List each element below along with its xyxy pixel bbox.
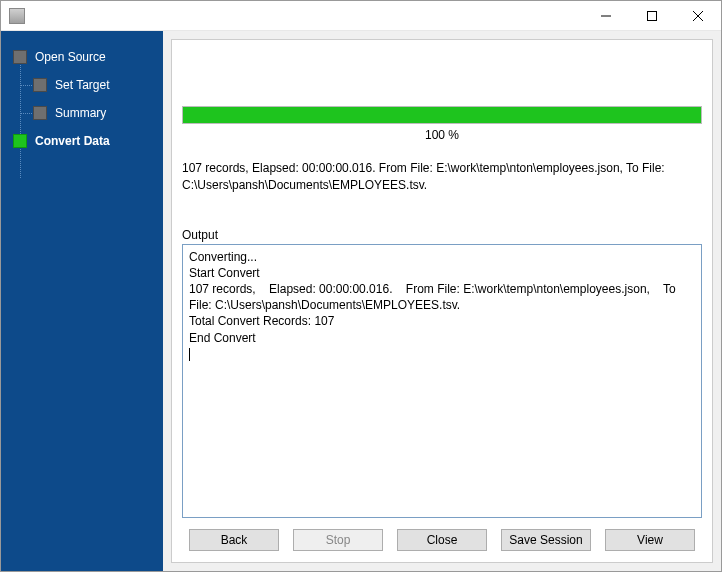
step-label: Summary <box>55 106 106 120</box>
window-controls <box>583 1 721 31</box>
step-set-target[interactable]: Set Target <box>1 71 163 99</box>
progress-bar <box>182 106 702 124</box>
progress-percent: 100 % <box>182 128 702 142</box>
content-panel: 100 % 107 records, Elapsed: 00:00:00.016… <box>171 39 713 563</box>
step-summary[interactable]: Summary <box>1 99 163 127</box>
step-label: Convert Data <box>35 134 110 148</box>
svg-rect-1 <box>648 11 657 20</box>
output-line: End Convert <box>189 331 256 345</box>
progress-fill <box>183 107 701 123</box>
body: Open Source Set Target Summary Convert D… <box>1 31 721 571</box>
output-line: Converting... <box>189 250 257 264</box>
step-box-icon <box>13 134 27 148</box>
output-label: Output <box>182 228 702 242</box>
stop-button[interactable]: Stop <box>293 529 383 551</box>
output-line: Start Convert <box>189 266 260 280</box>
app-icon <box>9 8 25 24</box>
close-action-button[interactable]: Close <box>397 529 487 551</box>
output-textarea[interactable]: Converting... Start Convert 107 records,… <box>182 244 702 518</box>
wizard-sidebar: Open Source Set Target Summary Convert D… <box>1 31 163 571</box>
step-box-icon <box>33 106 47 120</box>
step-label: Open Source <box>35 50 106 64</box>
summary-text: 107 records, Elapsed: 00:00:00.016. From… <box>182 160 702 194</box>
titlebar <box>1 1 721 31</box>
save-session-button[interactable]: Save Session <box>501 529 591 551</box>
maximize-button[interactable] <box>629 1 675 31</box>
button-bar: Back Stop Close Save Session View <box>182 518 702 554</box>
view-button[interactable]: View <box>605 529 695 551</box>
output-line: Total Convert Records: 107 <box>189 314 334 328</box>
main-panel: 100 % 107 records, Elapsed: 00:00:00.016… <box>163 31 721 571</box>
progress-section: 100 % <box>182 106 702 142</box>
minimize-button[interactable] <box>583 1 629 31</box>
back-button[interactable]: Back <box>189 529 279 551</box>
step-box-icon <box>33 78 47 92</box>
text-caret <box>189 348 190 361</box>
output-line: 107 records, Elapsed: 00:00:00.016. From… <box>189 282 679 312</box>
app-window: Open Source Set Target Summary Convert D… <box>0 0 722 572</box>
step-label: Set Target <box>55 78 109 92</box>
step-box-icon <box>13 50 27 64</box>
close-button[interactable] <box>675 1 721 31</box>
step-open-source[interactable]: Open Source <box>1 43 163 71</box>
step-convert-data[interactable]: Convert Data <box>1 127 163 155</box>
